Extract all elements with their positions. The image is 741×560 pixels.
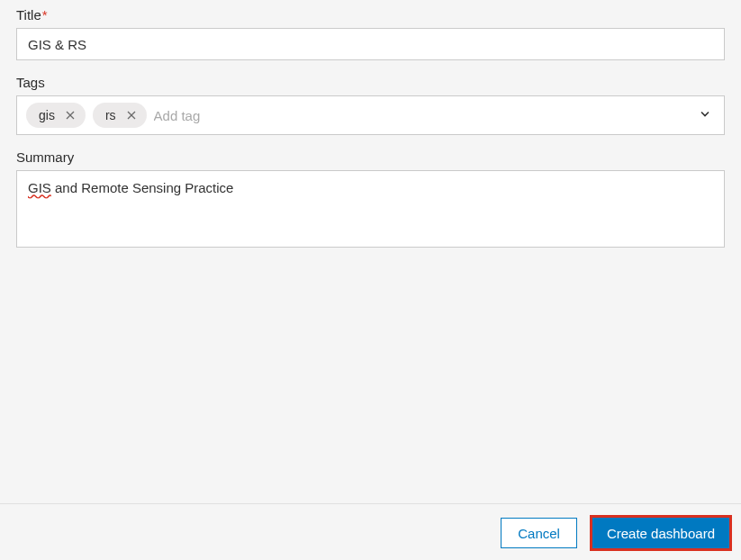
create-dashboard-button[interactable]: Create dashboard <box>592 518 729 548</box>
summary-rest-text: and Remote Sensing Practice <box>51 180 234 195</box>
tag-text: gis <box>39 108 55 122</box>
required-indicator: * <box>42 7 48 23</box>
spellcheck-word: GIS <box>28 180 51 195</box>
tags-field-group: Tags gis rs <box>16 75 725 135</box>
tags-input-box[interactable]: gis rs <box>16 95 725 135</box>
primary-button-highlight: Create dashboard <box>590 515 732 551</box>
title-field-group: Title* <box>16 7 725 60</box>
summary-textarea[interactable]: GIS and Remote Sensing Practice <box>16 170 725 248</box>
form-area: Title* Tags gis rs Summary <box>0 0 741 248</box>
footer-actions: Cancel Create dashboard <box>0 503 741 560</box>
close-icon[interactable] <box>64 109 77 122</box>
summary-label: Summary <box>16 149 725 165</box>
close-icon[interactable] <box>125 109 138 122</box>
tag-chip: rs <box>93 103 147 128</box>
summary-field-group: Summary GIS and Remote Sensing Practice <box>16 149 725 248</box>
title-input[interactable] <box>16 28 725 60</box>
tags-label: Tags <box>16 75 725 90</box>
title-label: Title* <box>16 7 725 23</box>
tag-chip: gis <box>26 103 86 128</box>
chevron-down-icon[interactable] <box>699 108 711 123</box>
tag-text: rs <box>105 108 116 122</box>
add-tag-input[interactable] <box>154 108 688 123</box>
title-label-text: Title <box>16 7 41 23</box>
cancel-button[interactable]: Cancel <box>501 518 577 548</box>
